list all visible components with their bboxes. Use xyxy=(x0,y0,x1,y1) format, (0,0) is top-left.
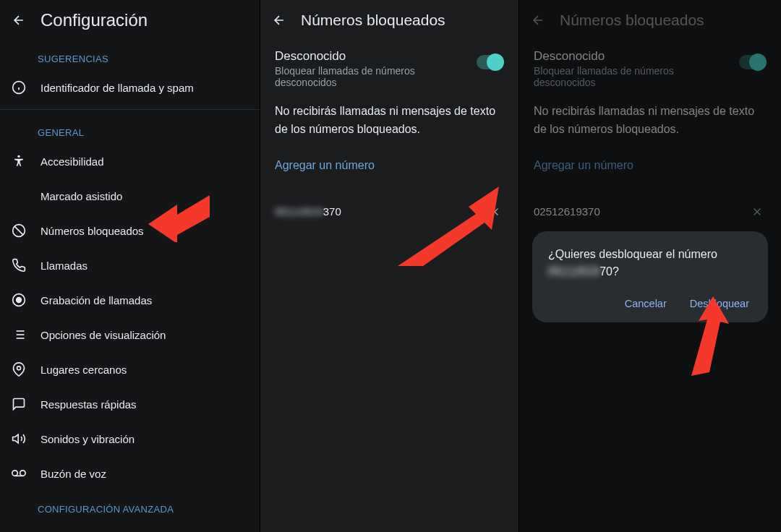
setting-text: Desconocido Bloquear llamadas de números… xyxy=(534,49,730,88)
phone-icon xyxy=(12,258,26,273)
blocked-number-suffix: 370 xyxy=(323,205,341,218)
blocked-number-row: 05112619370 xyxy=(275,198,504,226)
item-label: Buzón de voz xyxy=(40,468,106,480)
dialog-number-end: 70? xyxy=(599,265,619,278)
svg-line-5 xyxy=(14,226,23,235)
page-title: Configuración xyxy=(40,10,148,30)
settings-pane: Configuración SUGERENCIAS Identificador … xyxy=(0,0,260,532)
item-accessibility[interactable]: Accesibilidad xyxy=(0,144,260,179)
record-icon xyxy=(12,293,26,307)
volume-icon xyxy=(12,432,26,446)
location-icon xyxy=(12,362,26,377)
item-label: Llamadas xyxy=(40,259,88,272)
item-label: Lugares cercanos xyxy=(40,364,127,376)
item-calls[interactable]: Llamadas xyxy=(0,248,260,283)
item-nearby-places[interactable]: Lugares cercanos xyxy=(0,352,260,387)
blocked-numbers-pane-dialog: Números bloqueados Desconocido Bloquear … xyxy=(519,0,781,532)
unknown-toggle[interactable] xyxy=(739,55,767,69)
item-label: Sonidos y vibración xyxy=(40,433,135,445)
blocked-info-text: No recibirás llamadas ni mensajes de tex… xyxy=(534,103,767,139)
page-title: Números bloqueados xyxy=(301,12,445,29)
blocked-number: 02512619370 xyxy=(534,205,600,218)
svg-point-17 xyxy=(20,471,25,476)
blocked-info-text: No recibirás llamadas ni mensajes de tex… xyxy=(275,103,504,139)
item-voicemail[interactable]: Buzón de voz xyxy=(0,456,260,491)
unknown-block-setting: Desconocido Bloquear llamadas de números… xyxy=(534,49,767,88)
unknown-block-setting: Desconocido Bloquear llamadas de números… xyxy=(275,49,504,88)
add-number-link[interactable]: Agregar un número xyxy=(534,159,633,172)
dialog-number-blurred: 05112619 xyxy=(548,263,599,280)
setting-title: Desconocido xyxy=(534,49,730,64)
item-label: Opciones de visualización xyxy=(40,329,166,341)
svg-point-7 xyxy=(17,298,22,303)
body: Desconocido Bloquear llamadas de números… xyxy=(260,40,518,234)
dialog-actions: Cancelar Desbloquear xyxy=(548,292,752,315)
unknown-toggle[interactable] xyxy=(477,55,504,69)
body: Desconocido Bloquear llamadas de números… xyxy=(519,40,781,234)
item-label: Números bloqueados xyxy=(40,225,144,237)
item-label: Accesibilidad xyxy=(40,155,104,168)
svg-point-16 xyxy=(12,471,17,476)
setting-text: Desconocido Bloquear llamadas de números… xyxy=(275,49,468,88)
svg-point-14 xyxy=(17,366,21,370)
back-icon[interactable] xyxy=(531,13,545,27)
header: Números bloqueados xyxy=(260,0,518,40)
item-label: Identificador de llamada y spam xyxy=(40,82,194,94)
item-assisted-dial[interactable]: Marcado asistido xyxy=(0,179,260,213)
back-icon[interactable] xyxy=(272,13,286,27)
item-label: Grabación de llamadas xyxy=(40,294,152,306)
setting-title: Desconocido xyxy=(275,49,468,64)
unblock-button[interactable]: Desbloquear xyxy=(687,292,752,315)
setting-subtitle: Bloquear llamadas de números desconocido… xyxy=(534,65,730,88)
header: Configuración xyxy=(0,0,260,40)
info-icon xyxy=(12,80,26,95)
back-icon[interactable] xyxy=(12,13,26,27)
item-blocked-numbers[interactable]: Números bloqueados xyxy=(0,213,260,248)
blocked-number-blurred-part: 05112619 xyxy=(275,205,323,218)
cancel-button[interactable]: Cancelar xyxy=(622,292,670,315)
blocked-numbers-pane: Números bloqueados Desconocido Bloquear … xyxy=(260,0,519,532)
dialog-message: ¿Quieres desbloquear el número 051126197… xyxy=(548,246,752,280)
voicemail-icon xyxy=(12,466,26,481)
section-general: GENERAL xyxy=(0,114,260,144)
add-number-link[interactable]: Agregar un número xyxy=(275,159,375,172)
section-suggestions: SUGERENCIAS xyxy=(0,40,260,70)
message-icon xyxy=(12,397,26,411)
remove-number-button[interactable] xyxy=(748,202,767,221)
section-advanced: CONFIGURACIÓN AVANZADA xyxy=(0,491,260,520)
remove-number-button[interactable] xyxy=(485,202,504,221)
setting-subtitle: Bloquear llamadas de números desconocido… xyxy=(275,65,468,88)
divider xyxy=(0,109,260,110)
blocked-number-row: 02512619370 xyxy=(534,198,767,226)
item-label: Respuestas rápidas xyxy=(40,398,137,411)
item-sounds-vibration[interactable]: Sonidos y vibración xyxy=(0,421,260,456)
item-recording[interactable]: Grabación de llamadas xyxy=(0,283,260,317)
item-label: Marcado asistido xyxy=(40,190,122,202)
dialog-line1: ¿Quieres desbloquear el número xyxy=(548,248,717,260)
block-icon xyxy=(12,223,26,238)
item-display-options[interactable]: Opciones de visualización xyxy=(0,317,260,352)
accessibility-icon xyxy=(12,154,26,168)
blocked-number: 05112619370 xyxy=(275,205,341,218)
svg-point-3 xyxy=(17,155,20,158)
svg-marker-15 xyxy=(13,434,19,443)
header: Números bloqueados xyxy=(519,0,781,40)
unblock-dialog: ¿Quieres desbloquear el número 051126197… xyxy=(532,231,768,322)
list-icon xyxy=(12,327,26,342)
item-caller-id-spam[interactable]: Identificador de llamada y spam xyxy=(0,70,260,105)
item-quick-responses[interactable]: Respuestas rápidas xyxy=(0,387,260,421)
page-title: Números bloqueados xyxy=(560,12,704,29)
